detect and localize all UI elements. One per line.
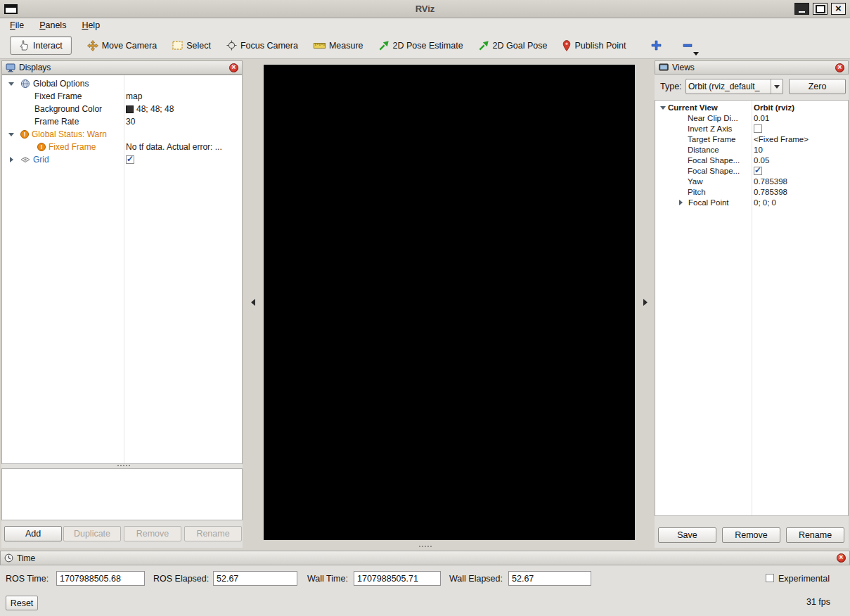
3d-viewport[interactable] [264, 65, 635, 540]
menubar: File Panels Help [0, 18, 850, 32]
displays-panel: Displays Global Options Fixed Frame map … [1, 60, 243, 548]
menu-file[interactable]: File [7, 20, 27, 31]
ros-elapsed-input[interactable] [213, 571, 297, 586]
add-display-button[interactable]: Add [4, 526, 62, 541]
property-value[interactable]: map [126, 90, 142, 103]
titlebar: RViz [0, 0, 850, 18]
tree-row-background-color[interactable]: Background Color 48; 48; 48 [2, 103, 242, 115]
property-value[interactable]: 0.05 [754, 155, 769, 165]
expander-open-icon[interactable] [659, 103, 668, 112]
property-value[interactable]: 0.785398 [754, 176, 787, 186]
property-value[interactable]: 30 [126, 115, 135, 128]
ros-time-input[interactable] [56, 571, 145, 586]
tree-row-frame-rate[interactable]: Frame Rate 30 [2, 115, 242, 128]
expander-open-icon[interactable] [8, 130, 16, 139]
tree-row-distance[interactable]: Distance 10 [655, 144, 848, 155]
panel-title: Time [17, 553, 833, 563]
rename-display-button[interactable]: Rename [184, 526, 242, 541]
tree-row-status-fixed-frame[interactable]: Fixed Frame No tf data. Actual error: ..… [2, 141, 242, 153]
close-panel-button[interactable] [835, 63, 844, 72]
tool-move-camera[interactable]: Move Camera [87, 40, 157, 51]
property-value[interactable]: 0; 0; 0 [754, 197, 776, 207]
close-button[interactable] [831, 3, 846, 15]
expander-open-icon[interactable] [8, 79, 16, 88]
panel-title: Displays [19, 63, 226, 72]
tool-interact[interactable]: Interact [10, 36, 72, 55]
maximize-button[interactable] [813, 3, 828, 15]
close-panel-button[interactable] [229, 63, 238, 72]
reset-button[interactable]: Reset [6, 596, 38, 610]
property-value[interactable]: 0.785398 [754, 186, 787, 197]
menu-panels[interactable]: Panels [37, 20, 69, 31]
wall-elapsed-input[interactable] [508, 571, 591, 586]
tree-row-global-options[interactable]: Global Options [2, 77, 242, 90]
property-name: Global Status: Warn [32, 129, 107, 139]
property-value: Orbit (rviz) [754, 102, 794, 113]
bottom-splitter-handle[interactable] [419, 546, 432, 547]
duplicate-display-button[interactable]: Duplicate [63, 526, 121, 541]
menu-help[interactable]: Help [79, 20, 103, 31]
property-name: Focal Point [688, 198, 729, 207]
tool-focus-camera[interactable]: Focus Camera [226, 40, 298, 51]
tree-row-current-view[interactable]: Current View Orbit (rviz) [655, 102, 848, 113]
tool-2d-goal-pose[interactable]: 2D Goal Pose [479, 40, 548, 51]
tool-2d-pose-estimate[interactable]: 2D Pose Estimate [379, 40, 463, 51]
property-name: Invert Z Axis [688, 124, 732, 133]
displays-panel-header[interactable]: Displays [1, 60, 243, 75]
tree-row-yaw[interactable]: Yaw 0.785398 [655, 176, 848, 186]
tree-row-near-clip[interactable]: Near Clip Di... 0.01 [655, 113, 848, 123]
window-controls [794, 3, 846, 15]
expander-closed-icon[interactable] [8, 155, 16, 164]
add-tool-button[interactable] [651, 40, 662, 51]
tree-row-target-frame[interactable]: Target Frame <Fixed Frame> [655, 134, 848, 144]
tool-publish-point[interactable]: Publish Point [562, 40, 626, 51]
remove-tool-button[interactable] [683, 40, 693, 51]
property-value[interactable]: 48; 48; 48 [126, 103, 174, 115]
remove-display-button[interactable]: Remove [124, 526, 181, 541]
displays-splitter-handle[interactable] [117, 465, 130, 466]
property-value[interactable]: 10 [754, 144, 763, 155]
views-panel-header[interactable]: Views [655, 60, 849, 75]
property-name: Near Clip Di... [688, 114, 738, 122]
tree-row-global-status[interactable]: Global Status: Warn [2, 128, 242, 141]
collapse-right-panel-button[interactable] [641, 297, 650, 308]
views-icon [659, 63, 669, 72]
save-view-button[interactable]: Save [658, 527, 716, 543]
close-panel-button[interactable] [837, 553, 846, 563]
minus-icon [683, 40, 693, 51]
zero-button[interactable]: Zero [789, 79, 846, 94]
chevron-down-icon[interactable] [771, 79, 783, 94]
tree-row-invert-z[interactable]: Invert Z Axis [655, 123, 848, 134]
expander-closed-icon[interactable] [677, 198, 685, 207]
time-panel-header[interactable]: Time [0, 551, 850, 565]
toolbar-extension-icon[interactable] [693, 52, 699, 56]
property-name: Current View [668, 103, 718, 112]
display-description-box [1, 468, 243, 520]
tree-row-grid[interactable]: Grid [2, 153, 242, 166]
tree-row-fixed-frame[interactable]: Fixed Frame map [2, 90, 242, 103]
property-name: Global Options [33, 79, 89, 89]
focal-shape-checkbox[interactable] [754, 167, 762, 175]
tree-row-pitch[interactable]: Pitch 0.785398 [655, 186, 848, 197]
green-arrow-icon [479, 40, 489, 51]
tree-row-focal-shape-size[interactable]: Focal Shape... 0.05 [655, 155, 848, 165]
invert-z-checkbox[interactable] [754, 124, 762, 133]
rename-view-button[interactable]: Rename [786, 527, 844, 543]
tree-row-focal-point[interactable]: Focal Point 0; 0; 0 [655, 197, 848, 207]
remove-view-button[interactable]: Remove [722, 527, 780, 543]
experimental-label: Experimental [778, 574, 830, 584]
property-value [754, 123, 762, 134]
view-type-dropdown[interactable]: Orbit (rviz_default_ [685, 79, 783, 94]
experimental-checkbox[interactable] [766, 574, 774, 582]
views-tree: Current View Orbit (rviz) Near Clip Di..… [655, 100, 849, 516]
tool-measure[interactable]: Measure [314, 41, 363, 51]
grid-enabled-checkbox[interactable] [126, 155, 134, 164]
property-value[interactable]: 0.01 [754, 113, 769, 123]
tree-row-focal-shape-fixed[interactable]: Focal Shape... [655, 165, 848, 176]
minimize-button[interactable] [794, 3, 809, 15]
property-value[interactable]: <Fixed Frame> [754, 134, 809, 144]
tool-select[interactable]: Select [172, 41, 211, 51]
collapse-left-panel-button[interactable] [249, 297, 257, 308]
wall-time-input[interactable] [354, 571, 441, 586]
tool-label: 2D Pose Estimate [393, 41, 463, 51]
